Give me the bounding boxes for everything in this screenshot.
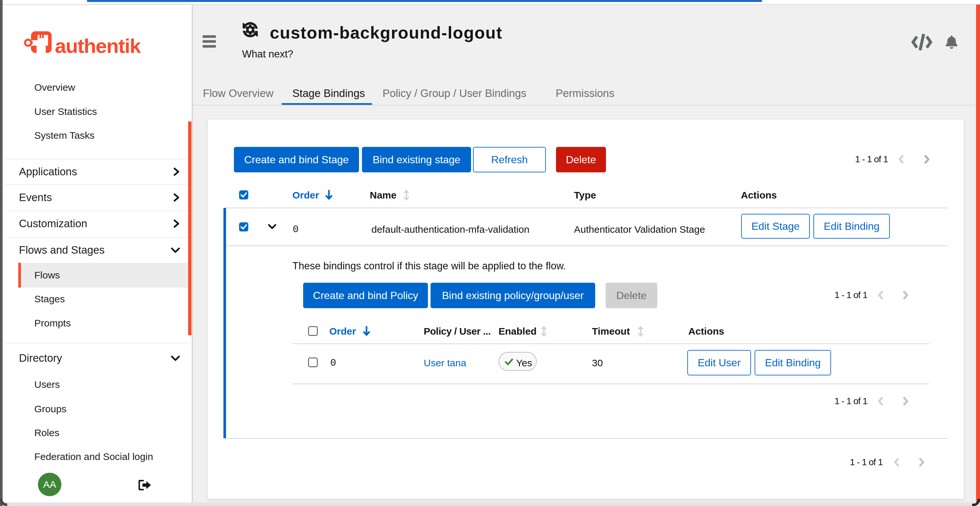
svg-text:authentik: authentik: [55, 35, 141, 57]
